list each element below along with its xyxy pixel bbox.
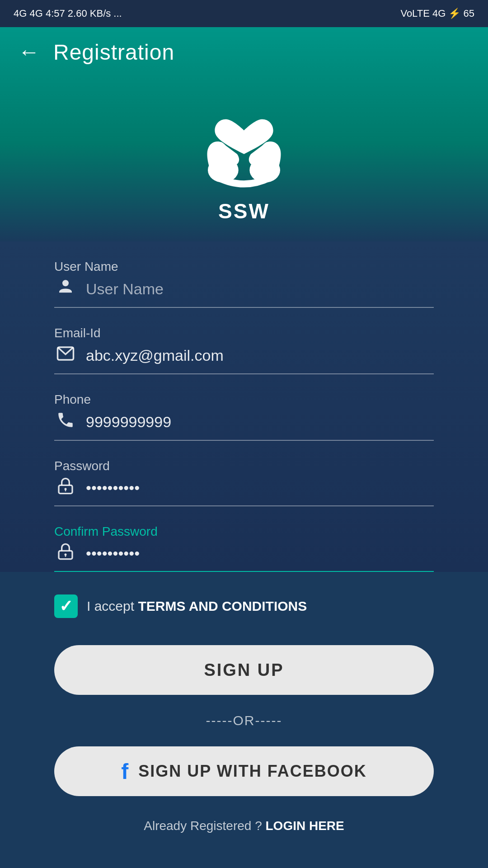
svg-point-8: [65, 553, 67, 556]
confirm-password-label: Confirm Password: [54, 524, 434, 539]
phone-label: Phone: [54, 392, 434, 407]
status-bar: 4G 4G 4:57 2.60 KB/s ... VoLTE 4G ⚡ 65: [0, 0, 488, 27]
back-button[interactable]: ←: [18, 41, 40, 63]
username-row: [54, 278, 434, 308]
facebook-button-label: SIGN UP WITH FACEBOOK: [138, 762, 366, 781]
user-icon: [54, 278, 77, 301]
username-field-group: User Name: [54, 259, 434, 308]
terms-static-text: I accept: [87, 599, 138, 613]
terms-text: I accept TERMS AND CONDITIONS: [87, 599, 307, 614]
lock-icon: [54, 477, 77, 499]
email-row: [54, 344, 434, 374]
email-icon: [54, 344, 77, 367]
login-here-link[interactable]: LOGIN HERE: [266, 819, 344, 833]
toolbar: ← Registration: [0, 27, 488, 77]
page-title: Registration: [53, 40, 174, 65]
svg-point-5: [65, 488, 67, 490]
username-label: User Name: [54, 259, 434, 274]
login-static-text: Already Registered ?: [144, 819, 265, 833]
hero-section: SSW: [0, 77, 488, 241]
status-right: VoLTE 4G ⚡ 65: [400, 8, 474, 19]
status-right-text: VoLTE 4G ⚡ 65: [400, 8, 474, 19]
phone-input[interactable]: [86, 413, 434, 431]
facebook-icon: f: [121, 759, 129, 784]
password-row: [54, 477, 434, 506]
svg-point-2: [62, 280, 69, 286]
status-left: 4G 4G 4:57 2.60 KB/s ...: [14, 8, 122, 19]
or-divider: -----OR-----: [0, 713, 488, 728]
username-input[interactable]: [86, 280, 434, 298]
email-input[interactable]: [86, 347, 434, 364]
password-input[interactable]: [86, 479, 434, 497]
logo-icon: [199, 104, 289, 194]
confirm-password-field-group: Confirm Password: [54, 524, 434, 572]
email-label: Email-Id: [54, 326, 434, 340]
phone-field-group: Phone: [54, 392, 434, 441]
status-left-text: 4G 4G 4:57 2.60 KB/s ...: [14, 8, 122, 19]
phone-icon: [54, 410, 77, 434]
signup-button[interactable]: SIGN UP: [54, 645, 434, 695]
login-footer: Already Registered ? LOGIN HERE: [0, 819, 488, 851]
password-label: Password: [54, 459, 434, 473]
confirm-lock-icon: [54, 542, 77, 565]
email-field-group: Email-Id: [54, 326, 434, 374]
terms-row: ✓ I accept TERMS AND CONDITIONS: [54, 594, 434, 618]
phone-row: [54, 410, 434, 441]
confirm-password-input[interactable]: [86, 545, 434, 562]
terms-link[interactable]: TERMS AND CONDITIONS: [138, 599, 307, 613]
facebook-signup-button[interactable]: f SIGN UP WITH FACEBOOK: [54, 746, 434, 796]
form-section: User Name Email-Id Phone: [0, 241, 488, 572]
terms-checkbox[interactable]: ✓: [54, 594, 78, 618]
confirm-password-row: [54, 542, 434, 572]
password-field-group: Password: [54, 459, 434, 506]
logo-text: SSW: [218, 199, 270, 223]
check-icon: ✓: [59, 597, 73, 616]
